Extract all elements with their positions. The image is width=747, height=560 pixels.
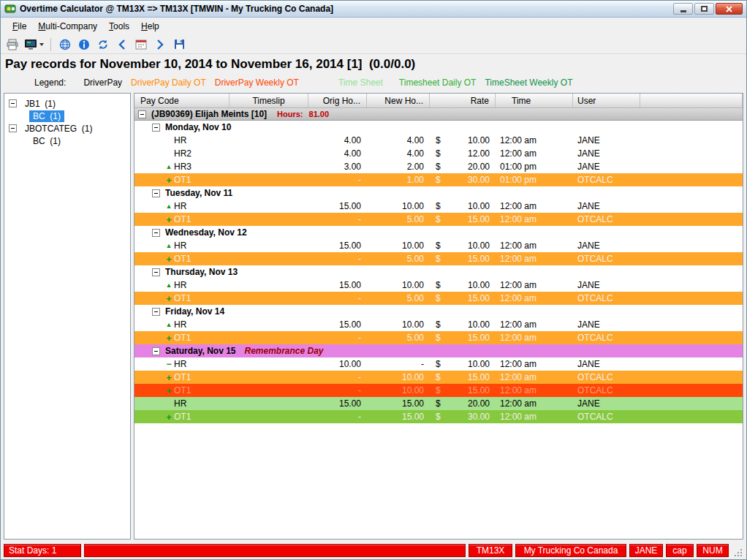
- close-button[interactable]: [716, 3, 743, 15]
- column-header-new-hours[interactable]: New Ho...: [367, 94, 430, 107]
- collapse-icon[interactable]: [152, 189, 160, 197]
- pay-record-row[interactable]: −HR10.00-$10.0012:00 amJANE: [134, 357, 743, 371]
- user-cell: OTCALC: [573, 371, 640, 384]
- paycode-cell: +OT1: [134, 384, 230, 397]
- column-header-rate[interactable]: Rate: [430, 94, 496, 107]
- minimize-icon: [680, 10, 686, 12]
- time-cell: 12:00 am: [496, 252, 573, 265]
- pay-record-row[interactable]: ▲HR15.0010.00$10.0012:00 amJANE: [134, 239, 743, 252]
- menu-tools[interactable]: Tools: [103, 18, 135, 34]
- day-group-row[interactable]: Thursday, Nov 13: [134, 265, 743, 279]
- rate-cell: $10.00: [430, 279, 496, 292]
- user-cell: JANE: [573, 279, 640, 292]
- pay-record-row[interactable]: HR24.004.00$12.0012:00 amJANE: [134, 147, 743, 160]
- column-header-orig-hours[interactable]: Orig Ho...: [308, 94, 367, 107]
- menu-file[interactable]: File: [7, 18, 32, 34]
- resize-grip[interactable]: [732, 546, 743, 558]
- collapse-icon[interactable]: [152, 229, 160, 237]
- new-hours-cell: 15.00: [367, 410, 430, 423]
- maximize-icon: [701, 6, 708, 12]
- filler-cell: [640, 147, 743, 160]
- minus-glyph: [154, 351, 158, 352]
- calendar-button[interactable]: [132, 37, 150, 53]
- pay-record-row[interactable]: HR4.004.00$10.0012:00 amJANE: [134, 134, 743, 147]
- minus-glyph: [11, 128, 15, 129]
- day-group-row[interactable]: Friday, Nov 14: [134, 305, 743, 318]
- paycode-cell: −HR: [134, 357, 230, 371]
- pay-record-row[interactable]: +OT1-10.00$15.0012:00 amOTCALC: [134, 384, 743, 397]
- user-cell: JANE: [573, 160, 640, 173]
- collapse-icon[interactable]: [152, 268, 160, 276]
- day-label: Wednesday, Nov 12: [165, 227, 247, 238]
- day-group-row[interactable]: Tuesday, Nov 11: [134, 186, 743, 200]
- pay-record-row[interactable]: +OT1-15.00$30.0012:00 amOTCALC: [134, 410, 743, 423]
- rate-value: 15.00: [468, 293, 490, 303]
- menubar: File Multi-Company Tools Help: [1, 18, 746, 35]
- column-header-time[interactable]: Time: [496, 94, 573, 107]
- minus-glyph: [154, 127, 158, 128]
- refresh-button[interactable]: [94, 37, 112, 53]
- employee-group-row[interactable]: (JB90369) Elijah Meints [10] Hours: 81.0…: [134, 108, 743, 121]
- currency-symbol: $: [436, 319, 441, 330]
- day-group-row[interactable]: Monday, Nov 10: [134, 121, 743, 134]
- timeslip-cell: [230, 134, 308, 147]
- maximize-button[interactable]: [694, 3, 714, 15]
- day-group-row[interactable]: Wednesday, Nov 12: [134, 226, 743, 239]
- paycode-label: OT1: [174, 372, 191, 382]
- tree-node-jbotcateg-bc[interactable]: BC (1): [6, 135, 129, 147]
- time-cell: 12:00 am: [496, 384, 573, 397]
- tree-node-jbotcateg[interactable]: JBOTCATEG (1): [6, 122, 129, 135]
- rate-cell: $15.00: [430, 384, 496, 397]
- user-cell: JANE: [573, 357, 640, 371]
- tree-node-jb1[interactable]: JB1 (1): [6, 97, 129, 110]
- calendar-icon: [135, 39, 147, 50]
- pay-record-row[interactable]: +OT1-5.00$15.0012:00 amOTCALC: [134, 292, 743, 305]
- currency-symbol: $: [436, 412, 441, 422]
- paycode-cell: HR2: [134, 147, 230, 160]
- currency-symbol: $: [436, 333, 441, 343]
- previous-week-button[interactable]: [113, 37, 131, 53]
- filler-cell: [640, 160, 743, 173]
- info-button[interactable]: [75, 37, 93, 53]
- display-options-button[interactable]: [23, 37, 45, 53]
- collapse-icon[interactable]: [9, 124, 17, 132]
- pay-record-row[interactable]: ▲HR15.0010.00$10.0012:00 amJANE: [134, 318, 743, 331]
- pay-record-row[interactable]: +OT1-10.00$15.0012:00 amOTCALC: [134, 371, 743, 384]
- column-header-user[interactable]: User: [573, 94, 640, 107]
- pay-record-row[interactable]: HR15.0015.00$20.0012:00 amJANE: [134, 397, 743, 410]
- filler-cell: [640, 331, 743, 344]
- row-up-icon: ▲: [164, 203, 174, 210]
- save-button[interactable]: [170, 37, 188, 53]
- day-group-row[interactable]: Saturday, Nov 15Remembrance Day: [134, 344, 743, 357]
- menu-multi-company[interactable]: Multi-Company: [32, 18, 103, 34]
- rate-cell: $30.00: [430, 410, 496, 423]
- collapse-icon[interactable]: [152, 124, 160, 132]
- collapse-icon[interactable]: [138, 110, 146, 118]
- pay-record-row[interactable]: +OT1-5.00$15.0012:00 amOTCALC: [134, 213, 743, 226]
- app-window: Overtime Calculator @ TM13X => TM13X [TM…: [0, 0, 747, 560]
- print-button[interactable]: [4, 37, 21, 53]
- timeslip-cell: [230, 292, 308, 305]
- next-week-button[interactable]: [151, 37, 169, 53]
- currency-symbol: $: [436, 214, 441, 224]
- menu-help[interactable]: Help: [135, 18, 165, 34]
- pay-record-row[interactable]: ▲HR15.0010.00$10.0012:00 amJANE: [134, 200, 743, 213]
- orig-hours-cell: 15.00: [308, 200, 367, 213]
- collapse-icon[interactable]: [152, 308, 160, 316]
- user-cell: OTCALC: [573, 173, 640, 186]
- tree-node-jb1-bc[interactable]: BC (1): [6, 110, 129, 122]
- collapse-icon[interactable]: [9, 99, 17, 107]
- pay-record-row[interactable]: ▲HR33.002.00$20.0001:00 pmJANE: [134, 160, 743, 173]
- pay-record-row[interactable]: +OT1-5.00$15.0012:00 amOTCALC: [134, 252, 743, 265]
- column-header-paycode[interactable]: Pay Code: [134, 94, 230, 107]
- column-header-timeslip[interactable]: Timeslip: [230, 94, 308, 107]
- minus-glyph: [140, 114, 144, 115]
- pay-record-row[interactable]: +OT1-1.00$30.0001:00 pmOTCALC: [134, 173, 743, 186]
- tree-node-label: BC (1): [29, 110, 64, 122]
- collapse-icon[interactable]: [152, 347, 160, 355]
- web-button[interactable]: [56, 37, 74, 53]
- tree-node-label: JB1 (1): [21, 98, 59, 110]
- pay-record-row[interactable]: +OT1-5.00$15.0012:00 amOTCALC: [134, 331, 743, 344]
- pay-record-row[interactable]: ▲HR15.0010.00$10.0012:00 amJANE: [134, 279, 743, 292]
- minimize-button[interactable]: [673, 3, 693, 15]
